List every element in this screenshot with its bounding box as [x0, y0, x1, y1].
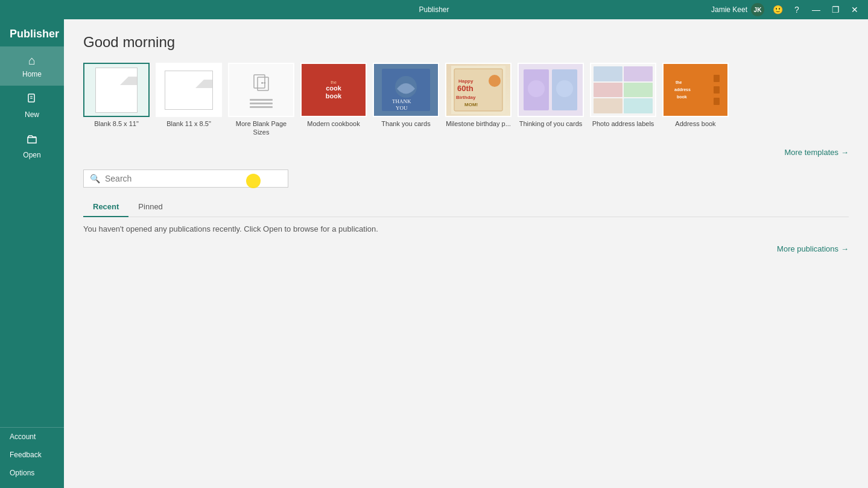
template-thumb-birthday: Happy 60th Birthday MOM! [445, 63, 512, 117]
empty-message: You haven't opened any publications rece… [83, 224, 849, 233]
sidebar-logo: Publisher [0, 19, 64, 46]
titlebar-app-name: Publisher [419, 5, 449, 14]
svg-text:THANK: THANK [392, 98, 411, 104]
blank-landscape-preview [165, 71, 213, 110]
svg-point-20 [528, 80, 545, 97]
search-icon: 🔍 [90, 174, 100, 183]
template-more-blank[interactable]: ← More Blank Page Sizes [228, 63, 294, 137]
close-button[interactable]: ✕ [846, 3, 863, 16]
sidebar-item-home[interactable]: ⌂ Home [0, 46, 64, 86]
sidebar-open-label: Open [23, 151, 40, 159]
template-thumb-cookbook: the cookbook [300, 63, 367, 117]
help-icon[interactable]: ? [788, 3, 805, 16]
tab-pinned[interactable]: Pinned [128, 197, 172, 217]
more-blank-preview: ← [229, 64, 293, 116]
label-cell-1 [594, 66, 622, 81]
template-label-address-labels: Photo address labels [592, 119, 654, 128]
more-templates-label: More templates [784, 148, 838, 157]
template-thumb-blank-portrait [83, 63, 150, 117]
template-label-blank-landscape: Blank 11 x 8.5" [166, 119, 211, 128]
template-thinking-of-you[interactable]: Thinking of you cards [518, 63, 584, 137]
svg-point-21 [556, 80, 573, 97]
tab-recent[interactable]: Recent [83, 197, 128, 217]
label-cell-2 [624, 66, 653, 81]
template-thumb-thankyou: THANK YOU [373, 63, 439, 117]
sidebar-item-feedback[interactable]: Feedback [0, 446, 64, 464]
template-thumb-blank-landscape [156, 63, 222, 117]
more-page-lines [250, 99, 273, 108]
sidebar-nav: ⌂ Home New [0, 46, 64, 427]
sidebar-item-options[interactable]: Options [0, 464, 64, 482]
template-milestone-birthday[interactable]: Happy 60th Birthday MOM! Milestone birth… [445, 63, 512, 137]
line3 [250, 106, 273, 108]
template-photo-address-labels[interactable]: Photo address labels [590, 63, 656, 137]
label-cell-4 [624, 83, 653, 98]
tabs: Recent Pinned [83, 197, 849, 217]
more-publications-link[interactable]: More publications → [777, 244, 849, 253]
svg-text:address: address [674, 87, 691, 92]
more-arrow-icon: ← [252, 72, 271, 95]
search-input[interactable] [105, 174, 282, 183]
svg-text:Birthday: Birthday [456, 95, 476, 100]
titlebar-right: Jamie Keet JK 🙂 ? — ❐ ✕ [711, 3, 863, 16]
template-thank-you-cards[interactable]: THANK YOU Thank you cards [373, 63, 439, 137]
more-templates-section: More templates → [83, 147, 849, 157]
titlebar-user: Jamie Keet JK [711, 3, 764, 16]
thankyou-preview: THANK YOU [374, 64, 438, 116]
label-cell-6 [624, 98, 653, 113]
open-icon [26, 133, 38, 148]
label-cell-3 [594, 83, 622, 98]
more-publications-section: More publications → [83, 243, 849, 254]
search-box: 🔍 [83, 170, 288, 188]
more-publications-label: More publications [777, 244, 838, 253]
template-thumb-more-blank: ← [228, 63, 294, 117]
sidebar-item-account[interactable]: Account [0, 428, 64, 446]
more-templates-link[interactable]: More templates → [784, 148, 849, 157]
sidebar-new-label: New [25, 110, 39, 119]
address-labels-preview [591, 64, 655, 116]
sidebar: Publisher ⌂ Home New [0, 19, 64, 488]
svg-text:60th: 60th [457, 84, 474, 93]
template-label-blank-portrait: Blank 8.5 x 11" [94, 119, 139, 128]
thinking-preview [519, 64, 583, 116]
svg-text:book: book [677, 95, 687, 99]
sidebar-bottom: Account Feedback Options [0, 427, 64, 488]
template-thumb-address-book: the address book [662, 63, 729, 117]
user-avatar[interactable]: JK [751, 3, 764, 16]
line1 [250, 99, 273, 101]
user-name: Jamie Keet [711, 5, 747, 14]
label-cell-5 [594, 98, 622, 113]
more-templates-arrow-icon: → [841, 148, 849, 157]
more-publications-arrow-icon: → [841, 244, 849, 253]
svg-text:YOU: YOU [396, 105, 408, 111]
restore-button[interactable]: ❐ [827, 3, 844, 16]
sidebar-item-new[interactable]: New [0, 86, 64, 126]
template-thumb-address-labels [590, 63, 656, 117]
minimize-button[interactable]: — [808, 3, 825, 16]
page-title: Good morning [83, 34, 849, 51]
new-icon [26, 93, 38, 108]
template-label-thinking: Thinking of you cards [519, 119, 583, 128]
svg-text:←: ← [260, 78, 267, 87]
svg-text:MOM!: MOM! [464, 102, 478, 107]
sidebar-home-label: Home [22, 70, 42, 78]
template-address-book[interactable]: the address book Address book [662, 63, 729, 137]
cookbook-preview: the cookbook [302, 64, 366, 116]
svg-rect-24 [714, 86, 720, 93]
template-label-birthday: Milestone birthday p... [446, 119, 511, 128]
home-icon: ⌂ [28, 54, 36, 68]
app-body: Publisher ⌂ Home New [0, 19, 868, 488]
template-blank-11x8.5[interactable]: Blank 11 x 8.5" [156, 63, 222, 137]
sidebar-item-open[interactable]: Open [0, 126, 64, 166]
template-thumb-thinking [518, 63, 584, 117]
template-modern-cookbook[interactable]: the cookbook Modern cookbook [300, 63, 367, 137]
titlebar: Publisher Jamie Keet JK 🙂 ? — ❐ ✕ [0, 0, 868, 19]
template-blank-8.5x11[interactable]: Blank 8.5 x 11" [83, 63, 150, 137]
template-label-address-book: Address book [675, 119, 715, 128]
address-book-preview: the address book [664, 64, 727, 116]
titlebar-icons: 🙂 ? — ❐ ✕ [769, 3, 863, 16]
search-section: 🔍 [83, 170, 849, 188]
svg-rect-23 [714, 75, 720, 82]
birthday-preview: Happy 60th Birthday MOM! [446, 64, 510, 116]
emoji-icon[interactable]: 🙂 [769, 3, 786, 16]
